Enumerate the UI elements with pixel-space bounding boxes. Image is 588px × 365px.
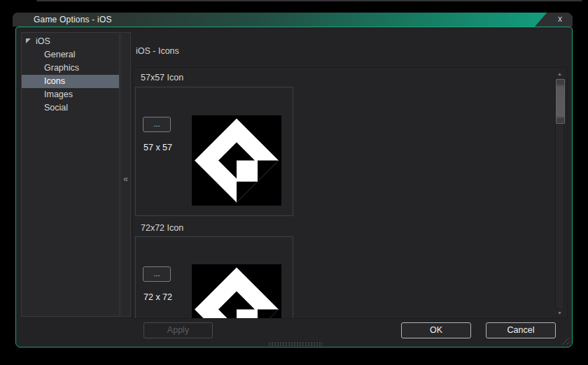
close-icon: x: [558, 14, 562, 24]
gamemaker-logo-image: [192, 264, 281, 318]
window-title: Game Options - iOS: [34, 13, 112, 27]
tree-item-general[interactable]: General: [22, 48, 119, 62]
options-tree: iOS General Graphics Icons Images Social: [21, 32, 120, 317]
resize-grip[interactable]: [560, 336, 569, 345]
browse-72-button[interactable]: ...: [143, 266, 171, 282]
size-label-72: 72 x 72: [144, 292, 172, 302]
dialog-body: iOS General Graphics Icons Images Social…: [15, 27, 573, 348]
cancel-button[interactable]: Cancel: [486, 322, 556, 338]
ok-button[interactable]: OK: [401, 322, 471, 338]
tree-item-label: General: [44, 50, 75, 59]
scroll-down-icon[interactable]: ▼: [554, 308, 565, 317]
tree-expanded-icon[interactable]: [26, 38, 31, 43]
group-label-57: 57x57 Icon: [141, 73, 183, 83]
panel-splitter[interactable]: «: [120, 32, 131, 317]
group-box-72: ... 72 x 72: [135, 236, 293, 318]
bottom-drag-handle[interactable]: [268, 342, 323, 346]
scroll-up-icon[interactable]: ▲: [554, 69, 565, 78]
tree-item-label: Social: [44, 103, 68, 113]
tree-item-icons[interactable]: Icons: [22, 75, 119, 88]
scrollbar-track[interactable]: [555, 78, 564, 308]
apply-button[interactable]: Apply: [144, 322, 213, 338]
screen: Game Options - iOS x iOS General Graphic…: [0, 0, 588, 365]
tree-item-label: Images: [44, 90, 73, 99]
page-title: iOS - Icons: [136, 46, 179, 56]
size-label-57: 57 x 57: [144, 143, 172, 152]
group-box-57: ... 57 x 57: [135, 87, 293, 216]
gamemaker-logo-image: [192, 115, 281, 206]
tree-item-social[interactable]: Social: [22, 101, 119, 115]
collapse-panel-icon[interactable]: «: [121, 175, 130, 183]
browse-57-button[interactable]: ...: [143, 117, 171, 132]
tree-item-graphics[interactable]: Graphics: [22, 62, 119, 75]
tree-item-images[interactable]: Images: [22, 88, 119, 101]
background-window-edge: [36, 0, 582, 1]
icons-scroll-area: 57x57 Icon ... 57 x 57: [132, 67, 568, 319]
icon-preview-57: [192, 115, 281, 206]
tree-item-label: Icons: [44, 76, 65, 86]
icons-viewport: 57x57 Icon ... 57 x 57: [133, 68, 554, 318]
scrollbar-thumb[interactable]: [556, 79, 565, 124]
icon-preview-72: [192, 264, 281, 318]
tree-item-label: Graphics: [44, 63, 79, 73]
tree-item-label: iOS: [36, 36, 50, 46]
vertical-scrollbar[interactable]: ▲ ▼: [554, 69, 565, 317]
title-bar[interactable]: Game Options - iOS x: [13, 13, 573, 27]
group-label-72: 72x72 Icon: [141, 223, 183, 233]
tree-item-ios[interactable]: iOS: [22, 35, 119, 48]
close-button[interactable]: x: [535, 13, 573, 27]
